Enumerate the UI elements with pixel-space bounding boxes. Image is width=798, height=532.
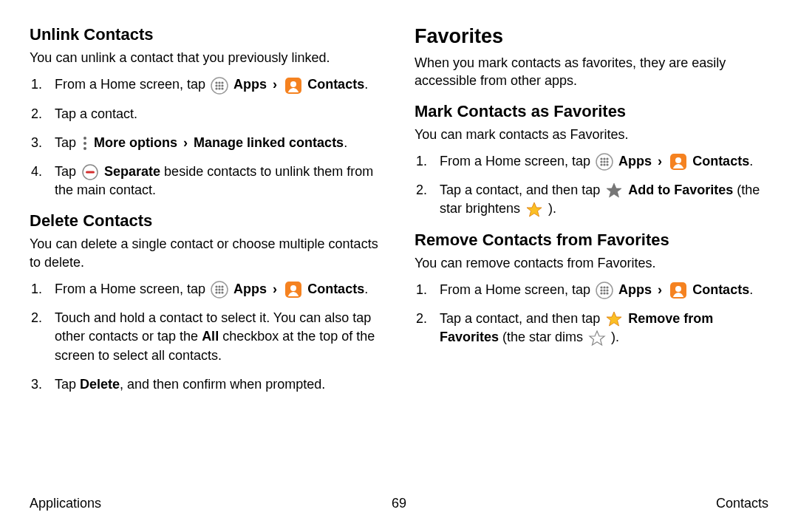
list-item: Tap a contact, and then tap Add to Favor… (435, 181, 768, 219)
delete-intro: You can delete a single contact or choos… (30, 235, 383, 271)
svg-point-36 (600, 164, 602, 166)
star-grey-icon (605, 182, 623, 200)
svg-point-13 (83, 142, 86, 145)
svg-point-46 (606, 287, 608, 289)
svg-point-9 (221, 87, 223, 89)
text: Tap a contact, and then tap (440, 311, 604, 326)
svg-point-4 (215, 84, 217, 86)
text: . (364, 77, 368, 92)
svg-point-32 (606, 158, 608, 160)
svg-point-48 (603, 290, 605, 292)
text: Tap a contact, and then tap (440, 183, 604, 197)
manual-page: Unlink Contacts You can unlink a contact… (0, 0, 798, 532)
favorites-intro: When you mark contacts as favorites, the… (415, 54, 768, 90)
right-column: Favorites When you mark contacts as favo… (415, 25, 768, 404)
delete-steps: From a Home screen, tap Apps › Contacts.… (30, 280, 383, 394)
remove-steps: From a Home screen, tap Apps › Contacts.… (415, 281, 768, 347)
svg-point-54 (675, 286, 681, 292)
svg-point-21 (215, 289, 217, 291)
contacts-label: Contacts (692, 282, 749, 297)
text: From a Home screen, tap (440, 154, 594, 168)
svg-point-3 (221, 81, 223, 83)
svg-point-51 (603, 293, 605, 295)
text: Tap (55, 377, 80, 392)
svg-point-23 (221, 289, 223, 291)
svg-point-8 (218, 87, 220, 89)
text: . (749, 154, 753, 168)
text: Tap (55, 135, 80, 150)
more-options-icon (81, 135, 89, 151)
text: From a Home screen, tap (55, 282, 209, 296)
list-item: Tap a contact. (50, 105, 383, 123)
add-to-favorites-label: Add to Favorites (628, 183, 733, 197)
svg-point-47 (600, 290, 602, 292)
more-options-label: More options (94, 135, 177, 150)
svg-point-50 (600, 293, 602, 295)
list-item: From a Home screen, tap Apps › Contacts. (50, 75, 383, 94)
list-item: From a Home screen, tap Apps › Contacts. (435, 152, 768, 171)
svg-point-24 (215, 292, 217, 294)
svg-point-44 (600, 287, 602, 289)
delete-heading: Delete Contacts (30, 211, 383, 231)
left-column: Unlink Contacts You can unlink a contact… (30, 25, 383, 404)
all-label: All (202, 329, 219, 344)
footer-right: Contacts (716, 496, 768, 511)
list-item: From a Home screen, tap Apps › Contacts. (50, 280, 383, 299)
text: Tap a contact. (55, 106, 137, 121)
breadcrumb-separator: › (658, 152, 662, 171)
svg-point-12 (83, 137, 86, 140)
list-item: Tap Delete, and then confirm when prompt… (50, 375, 383, 394)
svg-marker-55 (607, 312, 621, 326)
mark-intro: You can mark contacts as Favorites. (415, 126, 768, 143)
page-number: 69 (392, 496, 406, 511)
svg-rect-16 (86, 171, 95, 174)
svg-point-33 (600, 161, 602, 163)
svg-point-19 (218, 286, 220, 288)
svg-marker-42 (527, 202, 542, 216)
apps-label: Apps (233, 282, 267, 296)
svg-point-28 (290, 285, 296, 291)
apps-label: Apps (233, 77, 267, 92)
contacts-label: Contacts (692, 154, 749, 168)
svg-point-18 (215, 286, 217, 288)
star-gold-icon (525, 201, 543, 219)
manage-linked-label: Manage linked contacts (194, 135, 344, 150)
svg-point-7 (215, 87, 217, 89)
unlink-intro: You can unlink a contact that you previo… (30, 49, 383, 66)
list-item: Touch and hold a contact to select it. Y… (50, 309, 383, 365)
svg-point-25 (218, 292, 220, 294)
svg-point-26 (221, 292, 223, 294)
svg-point-1 (215, 81, 217, 83)
contacts-icon (669, 153, 687, 171)
contacts-icon (669, 282, 687, 299)
svg-point-5 (218, 84, 220, 86)
svg-point-45 (603, 287, 605, 289)
list-item: Tap More options › Manage linked contact… (50, 134, 383, 152)
text: ). (548, 201, 556, 216)
remove-heading: Remove Contacts from Favorites (415, 231, 768, 250)
apps-label: Apps (618, 154, 652, 168)
text: , and then confirm when prompted. (120, 377, 325, 392)
svg-point-37 (603, 164, 605, 166)
footer-left: Applications (30, 496, 101, 511)
list-item: From a Home screen, tap Apps › Contacts. (435, 281, 768, 299)
star-grey-icon (588, 330, 606, 347)
text: . (749, 282, 753, 297)
text: ). (611, 330, 619, 344)
breadcrumb-separator: › (273, 280, 277, 299)
svg-point-40 (675, 157, 681, 163)
svg-marker-41 (607, 183, 621, 197)
svg-point-6 (221, 84, 223, 86)
unlink-heading: Unlink Contacts (30, 25, 383, 44)
breadcrumb-separator: › (273, 75, 277, 94)
text: Tap (55, 164, 80, 179)
svg-point-11 (290, 81, 296, 87)
apps-icon (211, 77, 228, 95)
text: From a Home screen, tap (440, 282, 594, 297)
list-item: Tap a contact, and then tap Remove from … (435, 310, 768, 347)
svg-point-38 (606, 164, 608, 166)
star-gold-icon (605, 310, 623, 328)
svg-point-2 (218, 81, 220, 83)
contacts-icon (284, 281, 302, 299)
contacts-icon (284, 77, 302, 95)
